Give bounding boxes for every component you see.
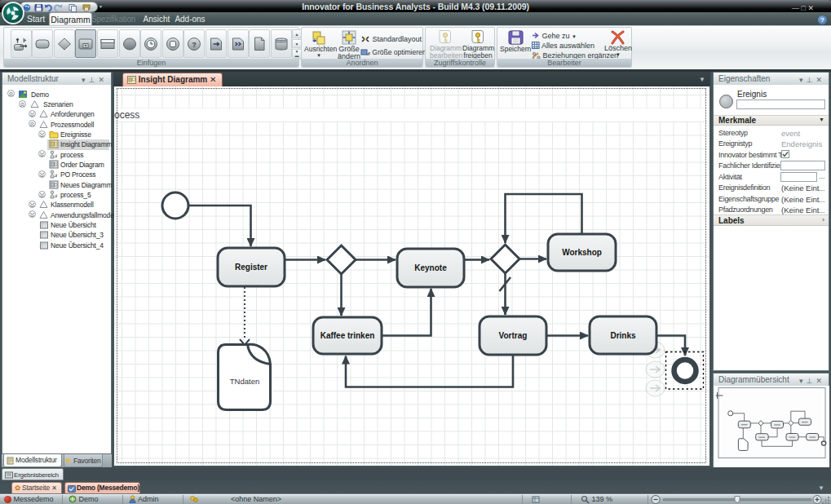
- svg-text:TNdaten: TNdaten: [230, 377, 259, 386]
- svg-text:Vortrag: Vortrag: [499, 331, 528, 340]
- svg-text:?: ?: [192, 40, 197, 48]
- svg-text:Drinks: Drinks: [610, 331, 636, 340]
- svg-text:Workshop: Workshop: [562, 248, 602, 257]
- svg-text:Register: Register: [235, 263, 267, 272]
- svg-text:Keynote: Keynote: [414, 263, 447, 272]
- svg-text:Kaffee trinken: Kaffee trinken: [320, 331, 375, 340]
